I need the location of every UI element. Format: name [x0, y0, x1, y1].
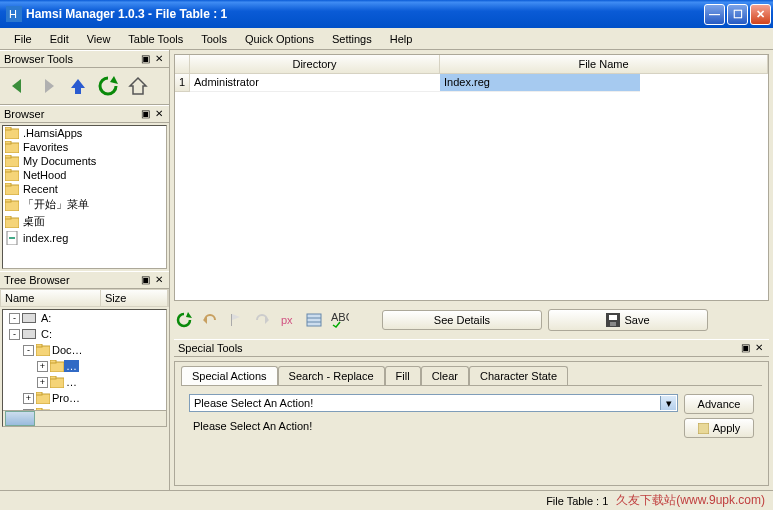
panel-close-icon[interactable]: ✕ [753, 342, 765, 354]
apply-label: Apply [713, 422, 741, 434]
file-table[interactable]: Directory File Name 1AdministratorIndex.… [174, 54, 769, 301]
maximize-button[interactable]: ☐ [727, 4, 748, 25]
save-label: Save [624, 314, 649, 326]
tab-search-replace[interactable]: Search - Replace [278, 366, 385, 385]
tree-list[interactable]: -A:-C:-Doc…+…+…+Pro…+WIN…+新…AUT…0 byt [2, 309, 167, 427]
browser-tools-title: Browser Tools [4, 53, 73, 65]
action-toolbar: px ABC See Details Save [174, 305, 769, 335]
menu-edit[interactable]: Edit [42, 31, 77, 47]
panel-close-icon[interactable]: ✕ [153, 53, 165, 65]
tree-row[interactable]: -Doc… [3, 342, 166, 358]
tree-row[interactable]: +… [3, 358, 166, 374]
menu-quick-options[interactable]: Quick Options [237, 31, 322, 47]
tab-special-actions[interactable]: Special Actions [181, 366, 278, 385]
special-tools-title: Special Tools [178, 342, 243, 354]
tab-clear[interactable]: Clear [421, 366, 469, 385]
tree-toggle[interactable]: + [37, 377, 48, 388]
folder-icon [50, 376, 64, 388]
browser-item[interactable]: 桌面 [3, 213, 166, 230]
svg-rect-49 [610, 322, 616, 326]
col-directory[interactable]: Directory [190, 55, 440, 73]
menu-file[interactable]: File [6, 31, 40, 47]
folder-icon [36, 344, 50, 356]
tree-col-name[interactable]: Name [1, 290, 101, 306]
panel-float-icon[interactable]: ▣ [139, 108, 151, 120]
save-button[interactable]: Save [548, 309, 708, 331]
tree-browser-header: Tree Browser ▣✕ [0, 271, 169, 289]
close-button[interactable]: ✕ [750, 4, 771, 25]
panel-close-icon[interactable]: ✕ [153, 274, 165, 286]
advance-button[interactable]: Advance [684, 394, 754, 414]
flag-icon[interactable] [226, 310, 246, 330]
tree-toggle[interactable]: + [23, 393, 34, 404]
tree-toggle[interactable]: - [23, 345, 34, 356]
svg-rect-14 [5, 169, 11, 172]
cell-filename[interactable]: Index.reg [440, 74, 640, 92]
browser-item-label: Favorites [23, 141, 68, 153]
svg-rect-26 [50, 360, 56, 363]
menu-settings[interactable]: Settings [324, 31, 380, 47]
folder-icon [5, 183, 19, 195]
tab-fill[interactable]: Fill [385, 366, 421, 385]
tree-col-size[interactable]: Size [101, 290, 168, 306]
browser-item[interactable]: .HamsiApps [3, 126, 166, 140]
folder-icon [5, 141, 19, 153]
tree-row[interactable]: +… [3, 374, 166, 390]
back-button[interactable] [4, 72, 32, 100]
menu-tools[interactable]: Tools [193, 31, 235, 47]
drive-icon [22, 313, 36, 323]
menu-table-tools[interactable]: Table Tools [120, 31, 191, 47]
window-title: Hamsi Manager 1.0.3 - File Table : 1 [26, 7, 704, 21]
file-table-header: Directory File Name [175, 55, 768, 74]
browser-list[interactable]: .HamsiAppsFavoritesMy DocumentsNetHoodRe… [2, 125, 167, 269]
browser-item[interactable]: NetHood [3, 168, 166, 182]
panel-float-icon[interactable]: ▣ [739, 342, 751, 354]
chevron-down-icon[interactable]: ▾ [660, 396, 676, 410]
tree-toggle[interactable]: - [9, 329, 20, 340]
col-filename[interactable]: File Name [440, 55, 768, 73]
panel-float-icon[interactable]: ▣ [139, 274, 151, 286]
minimize-button[interactable]: — [704, 4, 725, 25]
menu-view[interactable]: View [79, 31, 119, 47]
refresh-button[interactable] [94, 72, 122, 100]
browser-item[interactable]: Recent [3, 182, 166, 196]
svg-rect-24 [36, 344, 42, 347]
clear-icon[interactable]: px [278, 310, 298, 330]
file-icon [5, 231, 19, 245]
tree-row[interactable]: +Pro… [3, 390, 166, 406]
tree-scrollbar[interactable] [3, 410, 166, 426]
table-row[interactable]: 1AdministratorIndex.reg [175, 74, 768, 92]
undo-icon[interactable] [200, 310, 220, 330]
refresh-icon[interactable] [174, 310, 194, 330]
cell-directory[interactable]: Administrator [190, 74, 440, 92]
tree-toggle[interactable]: - [9, 313, 20, 324]
panel-close-icon[interactable]: ✕ [153, 108, 165, 120]
see-details-button[interactable]: See Details [382, 310, 542, 330]
redo-icon[interactable] [252, 310, 272, 330]
svg-text:px: px [281, 314, 293, 326]
browser-item[interactable]: index.reg [3, 230, 166, 246]
forward-button[interactable] [34, 72, 62, 100]
table-icon[interactable] [304, 310, 324, 330]
folder-icon [5, 155, 19, 167]
special-tabs: Special Actions Search - Replace Fill Cl… [175, 362, 768, 385]
svg-rect-30 [36, 392, 42, 395]
apply-button[interactable]: Apply [684, 418, 754, 438]
browser-item[interactable]: Favorites [3, 140, 166, 154]
browser-item[interactable]: My Documents [3, 154, 166, 168]
menu-help[interactable]: Help [382, 31, 421, 47]
tab-character-state[interactable]: Character State [469, 366, 568, 385]
browser-item[interactable]: 「开始」菜单 [3, 196, 166, 213]
tree-row[interactable]: -A: [3, 310, 166, 326]
tree-toggle[interactable]: + [37, 361, 48, 372]
row-number: 1 [175, 74, 190, 92]
tree-row[interactable]: -C: [3, 326, 166, 342]
up-button[interactable] [64, 72, 92, 100]
panel-float-icon[interactable]: ▣ [139, 53, 151, 65]
spellcheck-icon[interactable]: ABC [330, 310, 350, 330]
svg-marker-37 [186, 312, 192, 318]
browser-item-label: index.reg [23, 232, 68, 244]
action-select[interactable]: Please Select An Action! ▾ [189, 394, 678, 412]
svg-marker-4 [71, 79, 85, 94]
home-button[interactable] [124, 72, 152, 100]
